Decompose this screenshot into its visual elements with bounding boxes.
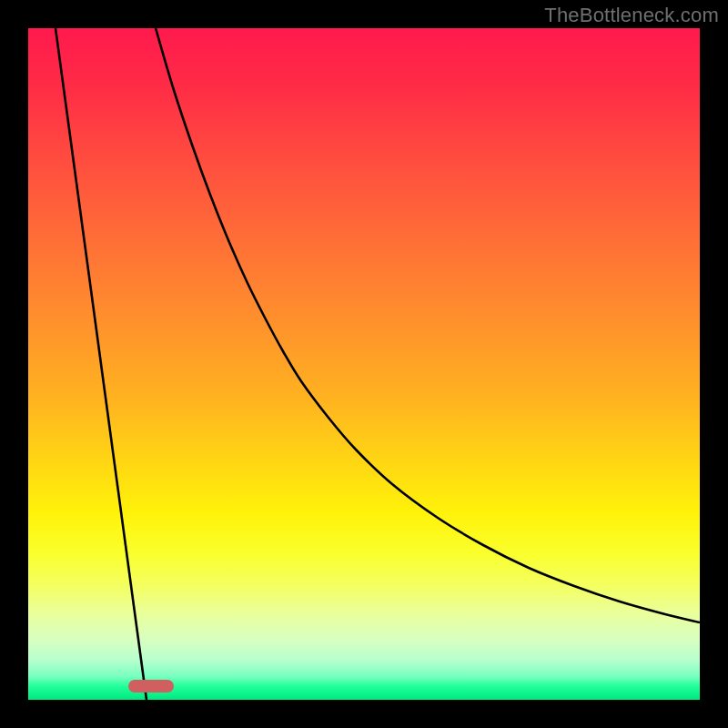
bottleneck-marker bbox=[128, 680, 174, 693]
heat-gradient bbox=[28, 28, 700, 700]
watermark-text: TheBottleneck.com bbox=[544, 4, 719, 27]
plot-area bbox=[28, 28, 700, 700]
